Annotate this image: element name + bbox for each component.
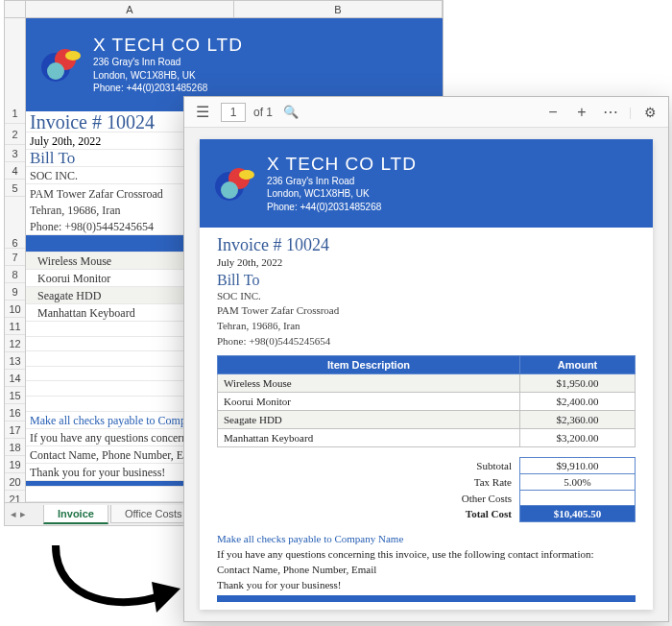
row-label[interactable]: 21 <box>5 491 25 502</box>
row-label[interactable]: 8 <box>5 266 25 283</box>
company-phone: Phone: +44(0)2031485268 <box>267 201 417 214</box>
company-logo-icon <box>39 42 84 86</box>
table-row: Manhattan Keyboard$3,200.00 <box>218 429 636 447</box>
row-label[interactable]: 13 <box>5 352 25 370</box>
gear-icon[interactable]: ⚙ <box>639 105 660 120</box>
row-label[interactable]: 12 <box>5 335 25 352</box>
zoom-in-icon[interactable]: + <box>571 104 592 121</box>
table-row: Wireless Mouse$1,950.00 <box>218 374 636 393</box>
company-addr1: 236 Gray's Inn Road <box>267 175 417 188</box>
row-label[interactable]: 17 <box>5 421 25 439</box>
tab-next-icon[interactable]: ▸ <box>20 508 26 520</box>
company-phone: Phone: +44(0)2031485268 <box>93 82 243 95</box>
row-label[interactable]: 19 <box>5 456 25 473</box>
pdf-window: ☰ 1 of 1 🔍 − + ⋯ | ⚙ X TECH CO LT <box>183 96 669 622</box>
col-header[interactable]: A <box>26 1 234 18</box>
row-label[interactable]: 18 <box>5 439 25 456</box>
list-icon[interactable]: ☰ <box>192 103 213 121</box>
company-name: X TECH CO LTD <box>267 154 417 175</box>
tab-prev-icon[interactable]: ◂ <box>11 508 16 520</box>
col-header[interactable]: B <box>234 1 443 18</box>
conversion-arrow-icon <box>46 536 190 622</box>
row-label[interactable]: 1 <box>5 18 25 124</box>
company-addr1: 236 Gray's Inn Road <box>93 56 243 69</box>
pdf-toolbar: ☰ 1 of 1 🔍 − + ⋯ | ⚙ <box>184 97 668 128</box>
th-amount: Amount <box>520 356 636 374</box>
svg-point-2 <box>65 51 81 60</box>
footer-contact2: Contact Name, Phone Number, Email <box>217 563 636 578</box>
row-label[interactable]: 14 <box>5 370 25 387</box>
company-addr2: London, WC1X8HB, UK <box>267 187 417 201</box>
row-label[interactable]: 2 <box>5 124 25 145</box>
search-icon[interactable]: 🔍 <box>280 105 301 119</box>
pdf-viewport[interactable]: X TECH CO LTD 236 Gray's Inn Road London… <box>184 128 668 621</box>
row-label[interactable]: 6 <box>5 197 25 249</box>
billto-addr1: PAM Tower Zafar Crossroad <box>217 303 636 319</box>
pdf-page: X TECH CO LTD 236 Gray's Inn Road London… <box>200 139 653 610</box>
row-label[interactable]: 9 <box>5 283 25 301</box>
billto-heading: Bill To <box>217 272 636 289</box>
row-label[interactable]: 3 <box>5 145 25 162</box>
table-row: Koorui Monitor$2,400.00 <box>218 393 636 411</box>
items-table: Item Description Amount Wireless Mouse$1… <box>217 355 636 447</box>
row-label[interactable]: 15 <box>5 387 25 404</box>
invoice-title: Invoice # 10024 <box>217 235 636 255</box>
footer-contact: If you have any questions concerning thi… <box>217 547 636 563</box>
billto-name: SOC INC. <box>217 289 636 304</box>
table-row: Seagate HDD$2,360.00 <box>218 411 636 429</box>
company-logo-icon <box>213 161 257 205</box>
billto-phone: Phone: +98(0)5445245654 <box>217 334 636 349</box>
row-label[interactable]: 7 <box>5 249 25 266</box>
spreadsheet-row-labels: 1 2 3 4 5 6 7 8 9 10 11 12 13 14 15 16 1… <box>5 18 26 502</box>
tab-invoice[interactable]: Invoice <box>43 505 108 524</box>
footer-thanks: Thank you for your business! <box>217 578 636 593</box>
footer-payable: Make all checks payable to Company Name <box>217 532 636 547</box>
page-of-label: of 1 <box>253 106 273 119</box>
row-label[interactable]: 4 <box>5 162 25 180</box>
page-number-input[interactable]: 1 <box>221 103 246 122</box>
company-header: X TECH CO LTD 236 Gray's Inn Road London… <box>200 139 653 228</box>
row-label[interactable]: 10 <box>5 301 25 318</box>
svg-point-3 <box>47 62 64 80</box>
row-label[interactable]: 5 <box>5 180 25 197</box>
summary-block: Subtotal$9,910.00 Tax Rate5.00% Other Co… <box>217 457 636 522</box>
svg-point-6 <box>239 170 254 180</box>
th-desc: Item Description <box>218 356 520 374</box>
footer-bluebar <box>217 595 636 602</box>
zoom-out-icon[interactable]: − <box>542 104 564 121</box>
company-addr2: London, WC1X8HB, UK <box>93 69 243 83</box>
invoice-date: July 20th, 2022 <box>217 256 636 268</box>
company-name: X TECH CO LTD <box>93 35 243 56</box>
more-icon[interactable]: ⋯ <box>600 103 621 121</box>
row-label[interactable]: 11 <box>5 318 25 335</box>
svg-point-7 <box>221 181 238 199</box>
row-label[interactable]: 16 <box>5 404 25 421</box>
billto-addr2: Tehran, 19686, Iran <box>217 319 636 334</box>
spreadsheet-col-header: A B <box>5 1 443 18</box>
row-label[interactable]: 20 <box>5 473 25 491</box>
